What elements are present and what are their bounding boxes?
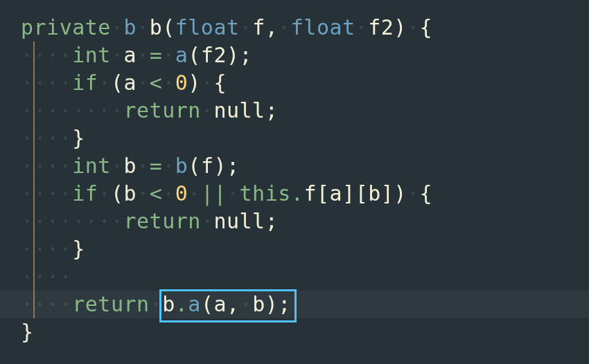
token-kw: return xyxy=(124,98,201,122)
code-line[interactable]: ····} xyxy=(0,235,589,263)
token-ident: b xyxy=(124,181,137,206)
token-punct: ) xyxy=(265,292,279,316)
token-punct: ; xyxy=(278,292,291,316)
indent-whitespace: ···· xyxy=(21,154,72,178)
code-line[interactable]: ····int·b·=·b(f); xyxy=(0,152,589,180)
token-punct: } xyxy=(72,126,85,150)
indent-whitespace: ···· xyxy=(21,126,72,150)
token-punct: { xyxy=(213,71,227,95)
token-punct: { xyxy=(419,181,432,206)
code-editor[interactable]: private·b·b(float·f,·float·f2)·{····int·… xyxy=(0,0,589,346)
token-ident: f2 xyxy=(368,15,394,39)
whitespace: · xyxy=(240,15,253,39)
token-ident: f2 xyxy=(201,43,227,67)
whitespace: · xyxy=(162,154,175,178)
code-line[interactable]: private·b·b(float·f,·float·f2)·{ xyxy=(0,14,589,42)
token-punct: , xyxy=(227,292,240,316)
whitespace: · xyxy=(137,181,150,206)
token-ident: b xyxy=(252,292,265,316)
indent-whitespace: ···· xyxy=(21,181,72,206)
whitespace: · xyxy=(150,292,163,316)
token-op: = xyxy=(150,154,163,178)
whitespace: · xyxy=(188,181,201,206)
token-punct: ] xyxy=(342,181,355,206)
token-num: 0 xyxy=(175,181,188,206)
token-op: = xyxy=(150,43,163,67)
token-punct: ) xyxy=(227,43,240,67)
whitespace: · xyxy=(201,98,214,122)
indent-guide xyxy=(33,263,35,291)
token-ident: b xyxy=(150,15,163,39)
code-line[interactable]: ········return·null; xyxy=(0,97,589,125)
code-line[interactable]: ····if·(b·<·0·||·this.f[a][b])·{ xyxy=(0,180,589,208)
token-func: a xyxy=(175,43,188,67)
token-punct: ( xyxy=(201,292,214,316)
indent-guide xyxy=(33,97,35,125)
indent-guide xyxy=(33,235,35,263)
token-punct: ] xyxy=(381,181,394,206)
token-punct: } xyxy=(72,237,85,261)
whitespace: · xyxy=(98,181,111,206)
token-kw: int xyxy=(72,43,111,67)
token-ident: a xyxy=(330,181,343,206)
token-op: || xyxy=(201,181,227,206)
token-ident: a xyxy=(213,292,227,316)
whitespace: · xyxy=(137,154,150,178)
whitespace: · xyxy=(278,15,291,39)
whitespace: · xyxy=(137,43,150,67)
code-line[interactable]: ···· xyxy=(0,263,589,291)
token-kw: this xyxy=(240,181,291,206)
code-line[interactable]: ····} xyxy=(0,125,589,152)
token-punct: ) xyxy=(394,181,407,206)
whitespace: · xyxy=(98,71,111,95)
whitespace: · xyxy=(407,181,420,206)
token-ident: b xyxy=(124,154,137,178)
code-line[interactable]: ····if·(a·<·0)·{ xyxy=(0,69,589,97)
code-line[interactable]: ····return·b.a(a,·b); xyxy=(0,291,589,318)
token-punct: ( xyxy=(188,43,201,67)
token-punct: [ xyxy=(317,181,330,206)
token-ident: b xyxy=(368,181,381,206)
token-punct: ; xyxy=(227,154,240,178)
token-punct: ) xyxy=(188,71,201,95)
code-line[interactable]: } xyxy=(0,318,589,346)
token-kw: if xyxy=(72,71,98,95)
whitespace: · xyxy=(111,154,124,178)
token-kw: if xyxy=(72,181,98,206)
code-line[interactable]: ········return·null; xyxy=(0,208,589,235)
token-ident: a xyxy=(124,43,137,67)
token-punct: ; xyxy=(265,98,279,122)
token-ident: f xyxy=(201,154,214,178)
token-punct: ) xyxy=(394,15,407,39)
indent-guide xyxy=(33,125,35,152)
token-op: . xyxy=(175,292,188,316)
indent-guide xyxy=(33,291,35,318)
whitespace: · xyxy=(111,43,124,67)
code-line[interactable]: ····int·a·=·a(f2); xyxy=(0,42,589,69)
indent-guide xyxy=(33,69,35,97)
indent-whitespace: ···· xyxy=(21,237,72,261)
token-punct: ; xyxy=(265,209,279,233)
whitespace: · xyxy=(227,181,240,206)
token-punct: ( xyxy=(111,181,124,206)
token-punct: ) xyxy=(213,154,227,178)
token-func: a xyxy=(188,292,201,316)
token-type: float xyxy=(291,15,355,39)
token-func: b xyxy=(175,154,188,178)
token-punct: [ xyxy=(355,181,369,206)
token-kw: int xyxy=(72,154,111,178)
indent-whitespace: ···· xyxy=(21,264,72,289)
token-punct: { xyxy=(419,15,432,39)
indent-guide xyxy=(33,42,35,69)
token-kw: return xyxy=(124,209,201,233)
whitespace: · xyxy=(240,292,253,316)
token-op: . xyxy=(291,181,304,206)
token-punct: ; xyxy=(240,43,253,67)
indent-guide xyxy=(33,152,35,180)
indent-guide xyxy=(33,180,35,208)
token-punct: ( xyxy=(162,15,175,39)
token-kw: return xyxy=(72,292,149,316)
token-punct: ( xyxy=(111,71,124,95)
token-type: float xyxy=(175,15,240,39)
whitespace: · xyxy=(162,181,175,206)
